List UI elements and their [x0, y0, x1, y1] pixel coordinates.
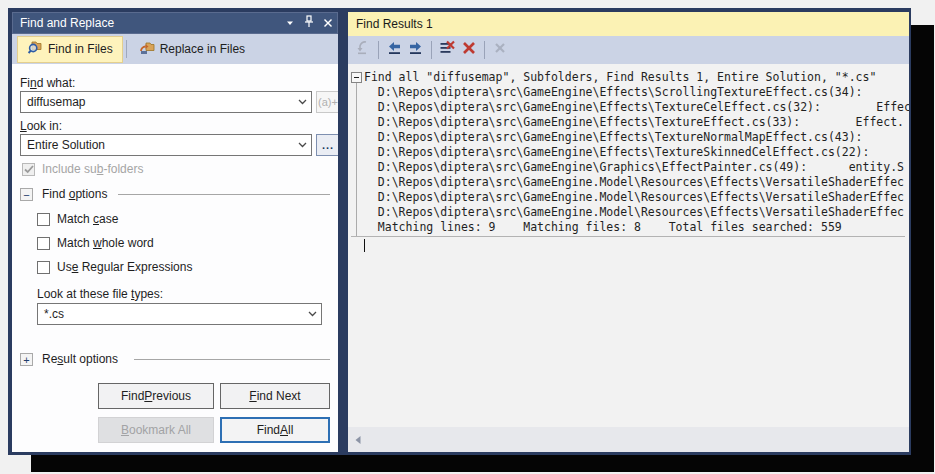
close-icon	[323, 14, 333, 32]
go-to-previous-location-button[interactable]	[383, 39, 405, 61]
find-next-button[interactable]: Find Next	[220, 383, 330, 409]
results-summary-line[interactable]: Find all "diffusemap", Subfolders, Find …	[364, 70, 909, 85]
pin-icon	[303, 14, 315, 32]
result-line[interactable]: D:\Repos\diptera\src\GameEngine\Graphics…	[364, 160, 909, 175]
find-what-label: Find what:	[20, 76, 75, 90]
file-types-combo[interactable]: *.cs	[37, 303, 322, 325]
caret-line-border	[351, 236, 905, 237]
window-position-button[interactable]	[281, 15, 298, 31]
find-results-titlebar: Find Results 1	[348, 12, 909, 36]
match-case-label: Match case	[57, 212, 118, 226]
file-types-label: Look at these file types:	[37, 287, 163, 301]
find-in-files-icon	[27, 40, 43, 59]
look-in-label: Look in:	[20, 119, 62, 133]
find-and-replace-panel: Find and Replace	[12, 12, 338, 452]
find-what-combo[interactable]: diffusemap	[20, 91, 312, 113]
find-options-collapse-button[interactable]: −	[20, 188, 33, 201]
go-to-next-location-icon	[408, 40, 424, 60]
match-case-checkbox[interactable]	[37, 213, 50, 226]
expression-builder-button: (a)+	[316, 91, 340, 113]
group-rule	[134, 359, 330, 360]
use-regex-label: Use Regular Expressions	[57, 260, 192, 274]
tool-window-title: Find and Replace	[12, 16, 281, 30]
tab-find-in-files[interactable]: Find in Files	[17, 36, 123, 63]
chevron-down-icon[interactable]	[293, 142, 311, 148]
browse-folders-button[interactable]: ...	[316, 134, 340, 156]
look-in-combo[interactable]: Entire Solution	[20, 134, 312, 156]
find-all-button[interactable]: Find All	[220, 417, 330, 443]
outline-guide-line	[356, 83, 357, 236]
match-whole-word-checkbox[interactable]	[37, 237, 50, 250]
find-panel-body: Find what: diffusemap (a)+ Look in: Enti…	[12, 64, 338, 452]
find-results-title: Find Results 1	[348, 17, 433, 31]
replace-in-files-icon	[139, 40, 155, 59]
delete-button[interactable]	[458, 39, 480, 61]
chevron-left-icon	[354, 431, 362, 449]
go-to-previous-location-icon	[386, 40, 402, 60]
result-line[interactable]: D:\Repos\diptera\src\GameEngine.Model\Re…	[364, 205, 909, 220]
cancel-search-button	[489, 39, 511, 61]
include-subfolders-label: Include sub-folders	[42, 162, 143, 176]
use-regex-row: Use Regular Expressions	[37, 260, 192, 274]
result-options-expand-button[interactable]: +	[20, 353, 33, 366]
chevron-down-icon	[285, 14, 295, 32]
match-case-row: Match case	[37, 212, 118, 226]
file-types-value: *.cs	[38, 307, 303, 321]
horizontal-scrollbar[interactable]	[348, 427, 909, 452]
find-what-value: diffusemap	[21, 95, 293, 109]
cancel-search-icon	[493, 41, 507, 59]
result-line[interactable]: D:\Repos\diptera\src\GameEngine.Model\Re…	[364, 175, 909, 190]
text-caret	[364, 239, 365, 252]
tab-label: Replace in Files	[160, 42, 245, 56]
go-to-next-location-button[interactable]	[405, 39, 427, 61]
result-line[interactable]: D:\Repos\diptera\src\GameEngine\Effects\…	[364, 145, 909, 160]
tab-replace-in-files[interactable]: Replace in Files	[130, 37, 254, 62]
result-line[interactable]: D:\Repos\diptera\src\GameEngine\Effects\…	[364, 85, 909, 100]
result-line[interactable]: D:\Repos\diptera\src\GameEngine\Effects\…	[364, 130, 909, 145]
match-whole-word-label: Match whole word	[57, 236, 154, 250]
bookmark-all-button: Bookmark All	[98, 417, 214, 443]
tab-separator	[126, 40, 127, 58]
toolbar-separator	[378, 41, 379, 59]
go-to-location-button	[352, 39, 374, 61]
results-rows: Find all "diffusemap", Subfolders, Find …	[364, 70, 909, 235]
panel-splitter[interactable]	[338, 12, 348, 452]
find-and-replace-window: Find and Replace	[8, 8, 911, 455]
close-button[interactable]	[319, 15, 336, 31]
find-results-toolbar	[348, 36, 909, 64]
toolbar-separator	[484, 41, 485, 59]
result-line[interactable]: D:\Repos\diptera\src\GameEngine\Effects\…	[364, 100, 909, 115]
look-in-value: Entire Solution	[21, 138, 293, 152]
use-regex-checkbox[interactable]	[37, 261, 50, 274]
chevron-down-icon[interactable]	[293, 99, 311, 105]
go-to-location-icon	[355, 40, 371, 60]
collapse-region-toggle[interactable]	[351, 72, 362, 83]
pin-button[interactable]	[300, 15, 317, 31]
result-options-header: Result options	[42, 352, 118, 366]
include-subfolders-row: Include sub-folders	[22, 162, 143, 176]
toolbar-separator	[431, 41, 432, 59]
scroll-left-button[interactable]	[350, 432, 366, 448]
match-whole-word-row: Match whole word	[37, 236, 154, 250]
find-results-panel: Find Results 1	[348, 12, 909, 452]
clear-all-button[interactable]	[436, 39, 458, 61]
find-previous-button[interactable]: Find Previous	[98, 383, 214, 409]
result-line[interactable]: D:\Repos\diptera\src\GameEngine\Effects\…	[364, 115, 909, 130]
tab-label: Find in Files	[48, 42, 113, 56]
delete-icon	[461, 40, 477, 60]
find-results-list[interactable]: Find all "diffusemap", Subfolders, Find …	[348, 64, 909, 427]
results-footer-line[interactable]: Matching lines: 9 Matching files: 8 Tota…	[364, 220, 909, 235]
clear-all-icon	[439, 40, 455, 60]
result-line[interactable]: D:\Repos\diptera\src\GameEngine.Model\Re…	[364, 190, 909, 205]
find-options-header: Find options	[42, 187, 107, 201]
chevron-down-icon[interactable]	[303, 311, 321, 317]
tab-strip: Find in Files Replace in Files	[12, 34, 338, 64]
group-rule	[118, 194, 330, 195]
include-subfolders-checkbox	[22, 163, 35, 176]
desktop-background: Find and Replace	[0, 0, 935, 474]
tool-window-titlebar: Find and Replace	[12, 12, 338, 34]
